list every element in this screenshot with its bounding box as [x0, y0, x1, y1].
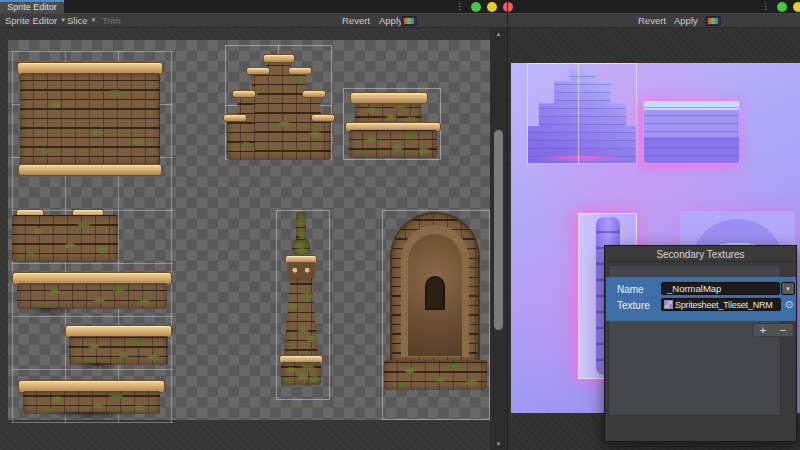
- sprite-stone-stairs-pyramid[interactable]: [227, 57, 331, 160]
- sprite-stone-totem-pillar[interactable]: [277, 212, 325, 385]
- tab-sprite-editor[interactable]: Sprite Editor: [0, 0, 64, 13]
- sprite-stone-arch-doorway[interactable]: [384, 212, 487, 390]
- scroll-up-icon[interactable]: ▲: [490, 30, 507, 38]
- red-circle-button[interactable]: [503, 2, 513, 12]
- chevron-down-icon: ▼: [91, 14, 97, 27]
- green-circle-button[interactable]: [471, 2, 481, 12]
- revert-button-right[interactable]: Revert: [636, 14, 668, 27]
- rgb-icon: [708, 18, 718, 24]
- sprite-stone-ledge-a[interactable]: [12, 272, 172, 312]
- sprite-editor-mode-dropdown[interactable]: Sprite Editor ▼: [3, 14, 68, 27]
- name-dropdown-field[interactable]: _NormalMap: [661, 282, 780, 295]
- sprite-stone-altar-platform[interactable]: [345, 92, 441, 158]
- sprite-stone-wall-large[interactable]: [20, 62, 160, 177]
- rgb-alpha-toggle-right[interactable]: [705, 16, 721, 26]
- trim-button: Trim: [100, 14, 123, 27]
- sprite-stone-ledge-b[interactable]: [65, 325, 172, 365]
- texture-row: Texture Spritesheet_Tileset_NRM ⊙: [606, 298, 796, 312]
- yellow-circle-button[interactable]: [487, 2, 497, 12]
- name-row: Name _NormalMap ▼: [606, 282, 796, 296]
- texture-label: Texture: [617, 299, 650, 312]
- chevron-down-icon: ▼: [785, 286, 791, 292]
- slice-dropdown[interactable]: Slice ▼: [65, 14, 99, 27]
- normalmap-glow: [521, 156, 641, 166]
- add-button[interactable]: +: [760, 324, 766, 336]
- apply-button-right[interactable]: Apply: [672, 14, 700, 27]
- revert-button-left[interactable]: Revert: [340, 14, 372, 27]
- object-picker-icon: ⊙: [785, 299, 793, 310]
- rgb-alpha-toggle-left[interactable]: [401, 16, 417, 26]
- sprite-stone-ledge-c[interactable]: [18, 380, 165, 414]
- texture-object-field[interactable]: Spritesheet_Tileset_NRM: [661, 298, 781, 311]
- scrollbar-thumb[interactable]: [494, 130, 503, 330]
- tab-label: Sprite Editor: [7, 3, 57, 12]
- name-dropdown-button[interactable]: ▼: [781, 282, 795, 295]
- sprite-sheet-canvas[interactable]: [0, 28, 490, 450]
- rgb-icon: [404, 18, 414, 24]
- overflow-dots-icon[interactable]: ⋮: [761, 2, 770, 11]
- scroll-down-icon[interactable]: ▼: [490, 440, 507, 448]
- selected-secondary-texture-entry[interactable]: Name _NormalMap ▼ Texture Spritesheet_Ti…: [606, 277, 796, 321]
- toolbar: Sprite Editor ▼ Slice ▼ Trim Revert Appl…: [0, 13, 800, 28]
- green-circle-button[interactable]: [777, 2, 787, 12]
- secondary-textures-panel: Secondary Textures Name _NormalMap ▼ Tex…: [604, 245, 797, 442]
- unity-sprite-editor-window: Sprite Editor ⋮ ⋮ Sprite Editor ▼ Slice …: [0, 0, 800, 450]
- tab-strip: Sprite Editor ⋮ ⋮: [0, 0, 800, 13]
- remove-button[interactable]: −: [780, 324, 786, 336]
- overflow-dots-icon[interactable]: ⋮: [455, 2, 464, 11]
- yellow-circle-button[interactable]: [793, 2, 800, 12]
- add-remove-buttons: + −: [752, 323, 794, 337]
- vertical-scrollbar: ▲ ▼: [490, 28, 507, 450]
- normalmap-altar-platform: [643, 100, 740, 164]
- texture-thumbnail: [664, 300, 673, 309]
- panel-title: Secondary Textures: [605, 246, 796, 262]
- window-controls-left-panel: ⋮: [455, 0, 513, 13]
- normalmap-stairs-pyramid: [528, 69, 637, 164]
- object-picker-button[interactable]: ⊙: [782, 298, 796, 311]
- name-label: Name: [617, 283, 644, 296]
- sprite-stone-wall-strip[interactable]: [12, 213, 118, 262]
- window-controls-right-panel: ⋮: [761, 0, 800, 13]
